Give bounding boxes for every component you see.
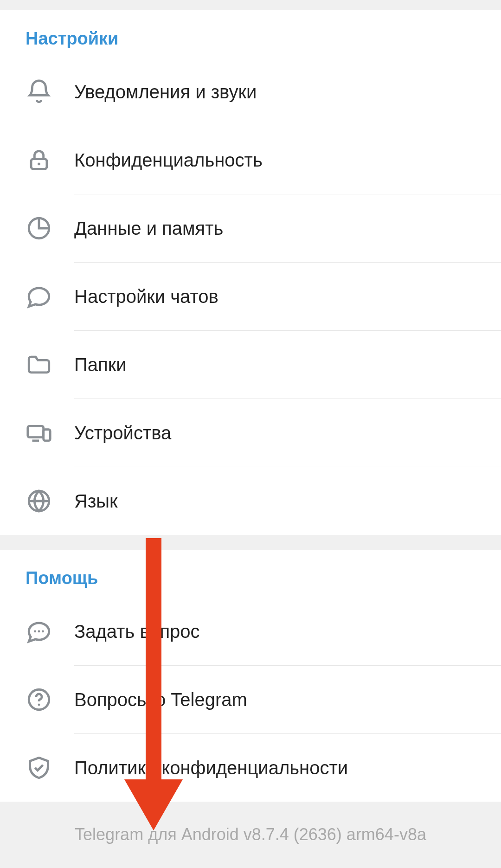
help-item-privacy-policy[interactable]: Политика конфиденциальности — [0, 734, 501, 802]
settings-item-devices[interactable]: Устройства — [0, 399, 501, 467]
chat-dots-icon — [26, 618, 74, 645]
devices-icon — [26, 419, 74, 446]
chat-icon — [26, 283, 74, 310]
help-item-label: Задать вопрос — [74, 621, 475, 642]
settings-item-label: Уведомления и звуки — [74, 82, 475, 103]
svg-point-1 — [38, 163, 40, 166]
app-version-footer[interactable]: Telegram для Android v8.7.4 (2636) arm64… — [0, 802, 501, 868]
settings-item-label: Настройки чатов — [74, 286, 475, 307]
settings-item-label: Данные и память — [74, 218, 475, 239]
settings-item-language[interactable]: Язык — [0, 467, 501, 535]
help-item-label: Политика конфиденциальности — [74, 758, 475, 778]
help-section-title: Помощь — [0, 550, 501, 598]
svg-point-7 — [38, 630, 40, 633]
settings-item-data-storage[interactable]: Данные и память — [0, 194, 501, 262]
settings-item-privacy[interactable]: Конфиденциальность — [0, 126, 501, 194]
settings-item-label: Язык — [74, 491, 475, 512]
help-item-label: Вопросы о Telegram — [74, 689, 475, 710]
pie-icon — [26, 215, 74, 242]
help-section: Помощь Задать вопрос Вопросы о Telegram … — [0, 550, 501, 802]
question-icon — [26, 686, 74, 713]
settings-section: Настройки Уведомления и звуки Конфиденци… — [0, 10, 501, 535]
help-item-ask-question[interactable]: Задать вопрос — [0, 598, 501, 665]
shield-check-icon — [26, 754, 74, 781]
settings-item-folders[interactable]: Папки — [0, 331, 501, 399]
settings-item-label: Устройства — [74, 423, 475, 444]
settings-item-notifications[interactable]: Уведомления и звуки — [0, 58, 501, 126]
settings-item-label: Конфиденциальность — [74, 150, 475, 171]
help-item-faq[interactable]: Вопросы о Telegram — [0, 666, 501, 733]
globe-icon — [26, 488, 74, 514]
svg-point-8 — [42, 630, 44, 633]
svg-rect-4 — [44, 430, 51, 441]
svg-rect-3 — [28, 426, 44, 437]
section-gap — [0, 535, 501, 550]
bell-icon — [26, 78, 74, 105]
top-gap — [0, 0, 501, 10]
lock-icon — [26, 147, 74, 174]
app-version-text: Telegram для Android v8.7.4 (2636) arm64… — [75, 825, 426, 844]
svg-point-6 — [34, 630, 36, 633]
settings-item-chat-settings[interactable]: Настройки чатов — [0, 263, 501, 330]
folder-icon — [26, 351, 74, 378]
svg-point-10 — [38, 703, 40, 706]
settings-item-label: Папки — [74, 354, 475, 375]
settings-section-title: Настройки — [0, 10, 501, 58]
